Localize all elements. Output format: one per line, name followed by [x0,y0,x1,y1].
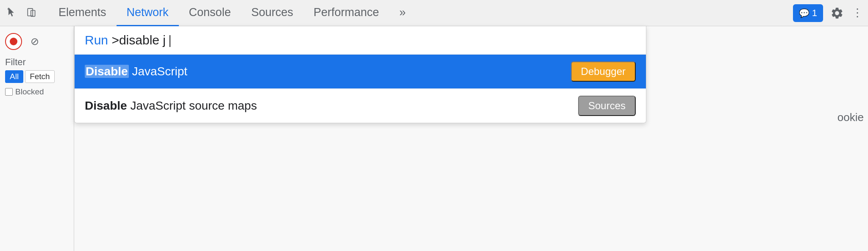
device-icon[interactable] [24,5,40,21]
dropdown-item-2[interactable]: Disable JavaScript source maps Sources [75,89,646,123]
tab-bar-right: 💬 1 ⋮ [793,4,864,22]
filter-section: Filter All Fetch Blocked [0,53,74,98]
tab-bar: Elements Network Console Sources Perform… [0,0,868,26]
sidebar-controls: ⊘ [0,30,74,53]
item-1-badge[interactable]: Debugger [571,61,636,82]
blocked-label: Blocked [15,87,44,97]
text-cursor [170,35,170,47]
devtools-shell: Elements Network Console Sources Perform… [0,0,868,251]
cursor-icon[interactable] [4,5,20,21]
clear-icon: ⊘ [31,36,39,47]
svg-rect-1 [28,8,33,16]
filter-label: Filter [5,57,69,68]
settings-button[interactable] [828,4,846,22]
blocked-row: Blocked [5,86,69,98]
filter-fetch[interactable]: Fetch [25,70,55,83]
search-text: Run >disable j [85,33,170,47]
tab-sources[interactable]: Sources [241,0,303,26]
run-label: Run [85,33,108,47]
blocked-checkbox[interactable] [5,88,13,96]
tab-network[interactable]: Network [117,0,179,26]
tab-more[interactable]: » [389,0,416,26]
tab-performance[interactable]: Performance [303,0,389,26]
tab-elements[interactable]: Elements [48,0,117,26]
svg-rect-0 [8,8,8,9]
item-2-label: Disable JavaScript source maps [85,99,257,113]
left-sidebar: ⊘ Filter All Fetch Blocked [0,26,74,251]
command-palette: Run >disable j Disable JavaScript Debugg… [74,26,646,123]
tab-console[interactable]: Console [179,0,241,26]
filter-row: All Fetch [5,70,69,83]
notification-count: 1 [812,8,817,19]
content-area: ⊘ Filter All Fetch Blocked [0,26,868,251]
more-button[interactable]: ⋮ [851,4,864,22]
record-button[interactable] [5,33,22,50]
left-icons [4,5,40,21]
item-1-label: Disable JavaScript [85,65,187,78]
clear-button[interactable]: ⊘ [26,33,43,50]
command-text: >disable j [111,33,166,47]
record-icon [10,38,17,45]
notification-button[interactable]: 💬 1 [793,4,823,22]
notification-icon: 💬 [799,8,810,18]
item-2-badge[interactable]: Sources [578,96,636,116]
cookie-text: ookie [837,111,864,124]
gear-icon [830,6,844,20]
dropdown-item-1[interactable]: Disable JavaScript Debugger [75,55,646,89]
filter-all[interactable]: All [5,70,23,83]
search-input-row: Run >disable j [75,26,646,55]
